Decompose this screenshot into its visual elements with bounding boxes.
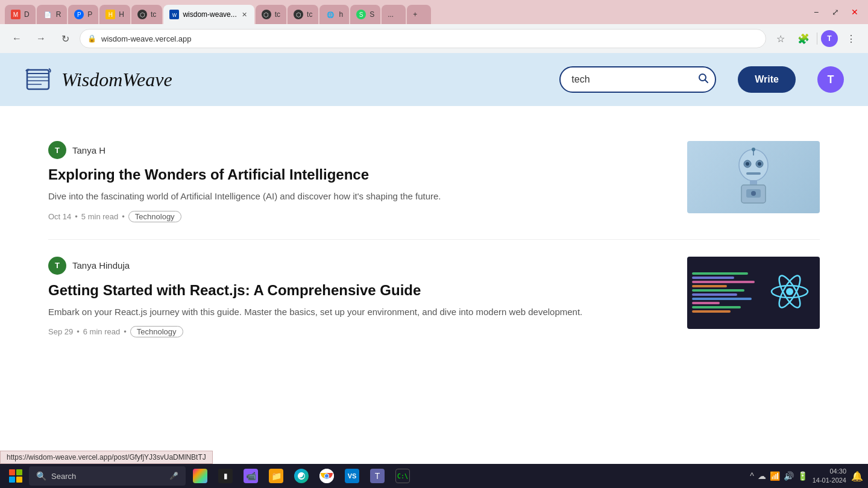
reload-button[interactable]: ↻	[55, 29, 75, 48]
back-button[interactable]: ←	[7, 29, 27, 48]
clock-time: 04:30	[813, 467, 846, 476]
user-avatar-nav[interactable]: T	[821, 30, 838, 47]
vscode-app-icon: VS	[345, 469, 359, 483]
taskbar-app-chrome[interactable]	[315, 465, 339, 487]
author-avatar-2: T	[48, 257, 66, 275]
taskbar-app-black[interactable]: ▮	[213, 465, 237, 487]
volume-icon[interactable]: 🔊	[784, 471, 794, 481]
code-line-3	[692, 281, 755, 283]
article-title[interactable]: Exploring the Wonders of Artificial Inte…	[48, 165, 669, 184]
article-read-time-2: 6 min read	[83, 327, 120, 336]
tab-label-gh3: tc	[307, 10, 312, 19]
taskbar-search[interactable]: 🔍 Search 🎤	[29, 466, 186, 486]
code-line-1	[692, 272, 748, 275]
chevron-up-icon[interactable]: ^	[750, 471, 754, 481]
taskbar-app-colorful[interactable]	[188, 465, 212, 487]
taskbar-search-icon: 🔍	[36, 471, 46, 481]
taskbar-app-edge[interactable]	[289, 465, 313, 487]
start-button[interactable]	[5, 465, 27, 487]
terminal-app-icon: C:\	[395, 469, 410, 483]
code-line-7	[692, 298, 752, 300]
taskbar-app-video[interactable]: 📹	[239, 465, 263, 487]
svg-point-16	[751, 191, 756, 196]
win-quadrant-1	[9, 469, 15, 475]
tab-label-more: ...	[388, 10, 394, 19]
cloud-icon[interactable]: ☁	[758, 471, 766, 481]
taskbar-apps: ▮ 📹 📁	[188, 465, 747, 487]
svg-point-26	[325, 474, 329, 478]
article-read-time: 5 min read	[81, 212, 118, 221]
article-tag[interactable]: Technology	[128, 211, 181, 222]
author-name: Tanya H	[72, 145, 105, 155]
taskbar-app-files[interactable]: 📁	[264, 465, 288, 487]
menu-button[interactable]: ⋮	[841, 29, 861, 48]
tab-globe[interactable]: 🌐 h	[319, 5, 349, 24]
tab-label: D	[24, 10, 30, 19]
close-button[interactable]: ✕	[846, 4, 863, 20]
tab-label-s: S	[370, 10, 374, 19]
tab-label-gh2: tc	[275, 10, 280, 19]
article-date-2: Sep 29	[48, 327, 73, 336]
svg-rect-0	[27, 70, 49, 89]
minimize-button[interactable]: −	[808, 4, 825, 20]
tab-more[interactable]: ...	[382, 5, 406, 24]
logo-text: WisdomWeave	[61, 69, 172, 91]
taskbar-clock[interactable]: 04:30 14-01-2024	[813, 467, 846, 486]
article-tag-2[interactable]: Technology	[130, 326, 183, 337]
tab-gmail[interactable]: M D	[5, 5, 36, 24]
article-title-2[interactable]: Getting Started with React.js: A Compreh…	[48, 281, 669, 299]
code-line-4	[692, 285, 727, 287]
nav-right-actions: ☆ 🧩 T ⋮	[771, 29, 861, 48]
notification-icon[interactable]: 🔔	[851, 471, 863, 482]
code-line-8	[692, 302, 720, 304]
battery-icon[interactable]: 🔋	[797, 471, 808, 481]
app-header: WisdomWeave Write T	[0, 53, 868, 106]
search-input[interactable]	[559, 66, 716, 93]
h-favicon: H	[105, 10, 115, 19]
user-avatar-app[interactable]: T	[817, 66, 844, 93]
article-meta-2: Sep 29 • 6 min read • Technology	[48, 326, 669, 337]
forward-button[interactable]: →	[31, 29, 51, 48]
meta-dot-2: •	[122, 212, 125, 221]
tab-gh2[interactable]: ⬡ tc	[256, 5, 286, 24]
svg-point-11	[758, 162, 761, 166]
meta-dot-1: •	[75, 212, 78, 221]
article-date: Oct 14	[48, 212, 71, 221]
tab-s[interactable]: S S	[350, 5, 380, 24]
taskbar: 🔍 Search 🎤 ▮ 📹 📁	[0, 464, 868, 488]
article-excerpt: Dive into the fascinating world of Artif…	[48, 190, 669, 204]
article-thumbnail-2	[687, 257, 820, 329]
logo-icon	[24, 64, 54, 95]
extensions-button[interactable]: 🧩	[794, 29, 813, 48]
tab-label-r: R	[56, 10, 61, 19]
tab-gh3[interactable]: ⬡ tc	[288, 5, 318, 24]
bookmark-button[interactable]: ☆	[771, 29, 790, 48]
tab-gh1[interactable]: ⬡ tc	[131, 5, 162, 24]
tab-r[interactable]: 📄 R	[37, 5, 68, 24]
tab-label-h: H	[119, 10, 124, 19]
article-card-2: T Tanya Hinduja Getting Started with Rea…	[48, 240, 820, 355]
search-bar-wrapper	[559, 66, 716, 93]
maximize-button[interactable]: ⤢	[827, 4, 844, 20]
svg-line-6	[705, 80, 708, 83]
files-app-icon: 📁	[269, 469, 283, 483]
author-row: T Tanya H	[48, 141, 669, 159]
tab-p[interactable]: P P	[68, 5, 98, 24]
close-tab-icon[interactable]: ✕	[241, 10, 248, 20]
search-button[interactable]	[698, 73, 709, 87]
address-bar[interactable]: 🔒 wisdom-weave.vercel.app	[80, 29, 766, 48]
tab-active[interactable]: w wisdom-weave... ✕	[163, 5, 254, 24]
tab-new[interactable]: +	[407, 5, 431, 24]
main-content: T Tanya H Exploring the Wonders of Artif…	[0, 106, 868, 464]
wifi-icon[interactable]: 📶	[770, 471, 780, 481]
browser-chrome: M D 📄 R P P H H ⬡ tc w wisdom-weave... ✕…	[0, 0, 868, 53]
write-button[interactable]: Write	[738, 66, 796, 93]
taskbar-app-terminal[interactable]: C:\	[391, 465, 415, 487]
code-line-5	[692, 289, 744, 292]
tab-h[interactable]: H H	[99, 5, 130, 24]
globe-favicon: 🌐	[326, 10, 335, 19]
code-line-9	[692, 306, 741, 308]
taskbar-app-vscode[interactable]: VS	[340, 465, 364, 487]
taskbar-app-teams[interactable]: T	[365, 465, 389, 487]
react-thumbnail	[687, 257, 820, 329]
